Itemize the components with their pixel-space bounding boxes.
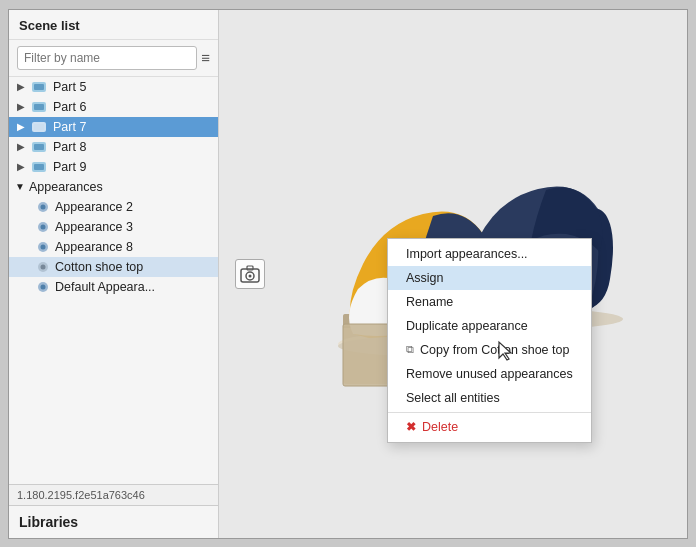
- context-menu-item-duplicate[interactable]: Duplicate appearance: [388, 314, 591, 338]
- appearances-expand-arrow: ▼: [15, 181, 29, 192]
- main-window: Scene list ≡ ▶ Part 5 ▶: [8, 9, 688, 539]
- part9-icon: [31, 160, 49, 174]
- context-menu-item-import[interactable]: Import appearances...: [388, 242, 591, 266]
- appearance-item-app8[interactable]: Appearance 8: [9, 237, 218, 257]
- remove-label: Remove unused appearances: [406, 367, 573, 381]
- tree-item-part9[interactable]: ▶ Part 9: [9, 157, 218, 177]
- status-bar: 1.180.2195.f2e51a763c46: [9, 484, 218, 505]
- camera-button[interactable]: [235, 259, 265, 289]
- import-label: Import appearances...: [406, 247, 528, 261]
- app8-label: Appearance 8: [55, 240, 133, 254]
- part7-icon: [31, 120, 49, 134]
- duplicate-label: Duplicate appearance: [406, 319, 528, 333]
- assign-label: Assign: [406, 271, 444, 285]
- select-all-label: Select all entities: [406, 391, 500, 405]
- svg-point-11: [41, 204, 46, 209]
- part6-icon: [31, 100, 49, 114]
- svg-rect-9: [34, 164, 44, 170]
- app2-label: Appearance 2: [55, 200, 133, 214]
- tree-item-part7[interactable]: ▶ Part 7: [9, 117, 218, 137]
- sidebar-title: Scene list: [9, 10, 218, 40]
- part8-icon: [31, 140, 49, 154]
- context-menu-item-rename[interactable]: Rename: [388, 290, 591, 314]
- expand-arrow-part9: ▶: [17, 161, 31, 172]
- svg-point-17: [41, 264, 46, 269]
- expand-arrow-part7: ▶: [17, 121, 31, 132]
- tree-container: ▶ Part 5 ▶ Part 6: [9, 77, 218, 484]
- app3-label: Appearance 3: [55, 220, 133, 234]
- app3-icon: [35, 220, 51, 234]
- part8-label: Part 8: [53, 140, 212, 154]
- context-menu-item-copy[interactable]: ⧉ Copy from Cotton shoe top: [388, 338, 591, 362]
- svg-rect-3: [34, 104, 44, 110]
- appearance-item-default[interactable]: Default Appeara...: [9, 277, 218, 297]
- list-view-icon[interactable]: ≡: [201, 49, 210, 66]
- expand-arrow-part6: ▶: [17, 101, 31, 112]
- appearance-item-cotton[interactable]: Cotton shoe top: [9, 257, 218, 277]
- libraries-label: Libraries: [9, 505, 218, 538]
- svg-point-15: [41, 244, 46, 249]
- svg-point-13: [41, 224, 46, 229]
- context-menu-item-remove[interactable]: Remove unused appearances: [388, 362, 591, 386]
- svg-rect-7: [34, 144, 44, 150]
- appearances-label: Appearances: [29, 180, 103, 194]
- svg-rect-5: [34, 124, 44, 130]
- copy-label: Copy from Cotton shoe top: [420, 343, 569, 357]
- delete-label: Delete: [422, 420, 458, 434]
- sidebar: Scene list ≡ ▶ Part 5 ▶: [9, 10, 219, 538]
- part9-label: Part 9: [53, 160, 212, 174]
- part7-label: Part 7: [53, 120, 212, 134]
- context-menu: Import appearances... Assign Rename Dupl…: [387, 238, 592, 443]
- appearances-header[interactable]: ▼ Appearances: [9, 177, 218, 197]
- default-label: Default Appeara...: [55, 280, 155, 294]
- copy-icon: ⧉: [406, 343, 414, 356]
- svg-point-37: [249, 274, 252, 277]
- part6-label: Part 6: [53, 100, 212, 114]
- appearance-item-app3[interactable]: Appearance 3: [9, 217, 218, 237]
- app8-icon: [35, 240, 51, 254]
- expand-arrow-part8: ▶: [17, 141, 31, 152]
- main-area: Import appearances... Assign Rename Dupl…: [219, 10, 687, 538]
- cotton-icon: [35, 260, 51, 274]
- part5-icon: [31, 80, 49, 94]
- filter-input[interactable]: [17, 46, 197, 70]
- context-menu-separator: [388, 412, 591, 413]
- tree-item-part5[interactable]: ▶ Part 5: [9, 77, 218, 97]
- cotton-label: Cotton shoe top: [55, 260, 143, 274]
- svg-rect-1: [34, 84, 44, 90]
- rename-label: Rename: [406, 295, 453, 309]
- context-menu-item-assign[interactable]: Assign: [388, 266, 591, 290]
- appearance-item-app2[interactable]: Appearance 2: [9, 197, 218, 217]
- app2-icon: [35, 200, 51, 214]
- tree-item-part8[interactable]: ▶ Part 8: [9, 137, 218, 157]
- part5-label: Part 5: [53, 80, 212, 94]
- svg-point-19: [41, 284, 46, 289]
- tree-item-part6[interactable]: ▶ Part 6: [9, 97, 218, 117]
- context-menu-item-delete[interactable]: ✖ Delete: [388, 415, 591, 439]
- context-menu-item-select-all[interactable]: Select all entities: [388, 386, 591, 410]
- default-icon: [35, 280, 51, 294]
- filter-row: ≡: [9, 40, 218, 77]
- expand-arrow-part5: ▶: [17, 81, 31, 92]
- delete-x-icon: ✖: [406, 420, 416, 434]
